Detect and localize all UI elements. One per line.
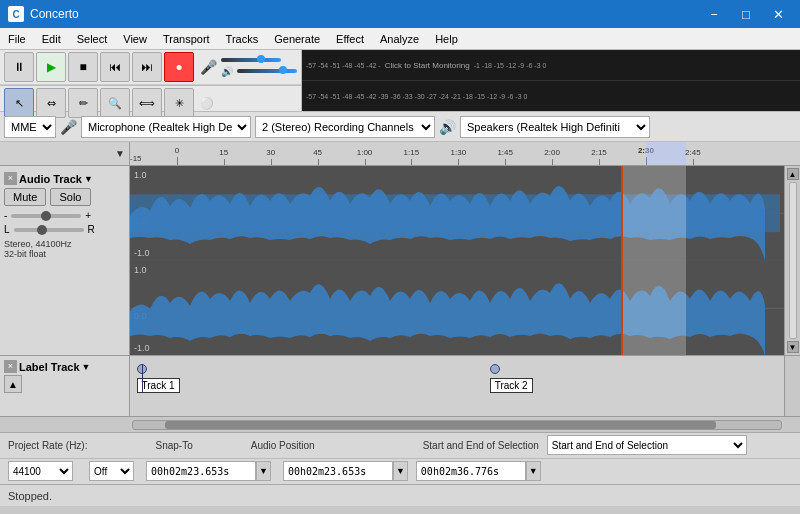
track-info: Stereo, 44100Hz 32-bit float: [4, 239, 125, 259]
audio-host-select[interactable]: MME: [4, 116, 56, 138]
svg-text:-1.0: -1.0: [134, 248, 150, 258]
channels-select[interactable]: 2 (Stereo) Recording Channels: [255, 116, 435, 138]
title-bar: C Concerto − □ ✕: [0, 0, 800, 28]
audio-track-dropdown[interactable]: ▼: [84, 174, 93, 184]
sel-start-value[interactable]: 00h02m23.653s: [283, 461, 393, 481]
envelope-tool[interactable]: ⇔: [36, 88, 66, 118]
bottom-status-bar: Stopped.: [0, 484, 800, 506]
mute-button[interactable]: Mute: [4, 188, 46, 206]
label-pin-2[interactable]: [490, 364, 500, 374]
menu-help[interactable]: Help: [427, 28, 466, 49]
audio-track: × Audio Track ▼ Mute Solo - + L R: [0, 166, 800, 356]
hscrollbar-track[interactable]: [132, 420, 782, 430]
label-track-content[interactable]: Track 1 Track 2: [130, 356, 784, 416]
ruler-scale: -15 0 15 30 45 1:00 1:15 1:30 1:45 2:00: [130, 142, 800, 165]
waveform-bottom: 1.0 0.0 -1.0: [130, 261, 784, 356]
skip-end-button[interactable]: ⏭: [132, 52, 162, 82]
solo-button[interactable]: Solo: [50, 188, 90, 206]
tick-minus15: -15: [130, 154, 142, 163]
svg-text:1.0: 1.0: [134, 170, 147, 180]
snap-to-select[interactable]: Off: [89, 461, 134, 481]
multi-tool[interactable]: ✳: [164, 88, 194, 118]
device-toolbar: MME 🎤 Microphone (Realtek High Defini 2 …: [0, 112, 800, 142]
status-bar-area: Project Rate (Hz): Snap-To Audio Positio…: [0, 432, 800, 484]
track-vscrollbar[interactable]: ▲ ▼: [784, 166, 800, 355]
menu-effect[interactable]: Effect: [328, 28, 372, 49]
vu-scale-bottom: -57 -54 -51 -48 -45 -42 -39 -36 -33 -30 …: [306, 93, 527, 100]
maximize-button[interactable]: □: [732, 4, 760, 24]
label-track1[interactable]: Track 1: [137, 364, 180, 393]
zoom-tool[interactable]: 🔍: [100, 88, 130, 118]
menu-view[interactable]: View: [115, 28, 155, 49]
menu-transport[interactable]: Transport: [155, 28, 218, 49]
menu-generate[interactable]: Generate: [266, 28, 328, 49]
play-button[interactable]: ▶: [36, 52, 66, 82]
tracks-area: ▼ -15 0 15 30 45 1:00 1:15 1:30: [0, 142, 800, 432]
audio-pos-dropdown[interactable]: ▼: [256, 461, 271, 481]
label-track: × Label Track ▼ ▲ Track 1: [0, 356, 800, 416]
label-track-up[interactable]: ▲: [4, 375, 22, 393]
label-track2[interactable]: Track 2: [490, 364, 533, 393]
label-vscrollbar[interactable]: [784, 356, 800, 416]
menu-bar: File Edit Select View Transport Tracks G…: [0, 28, 800, 50]
playhead: [621, 166, 623, 355]
timeshift-tool[interactable]: ⟺: [132, 88, 162, 118]
sel-start-dropdown[interactable]: ▼: [393, 461, 408, 481]
audio-pos-label: Audio Position: [251, 440, 315, 451]
pause-button[interactable]: ⏸: [4, 52, 34, 82]
mic-icon: 🎤: [200, 59, 217, 75]
hscrollbar-thumb[interactable]: [165, 421, 716, 429]
label-text-2[interactable]: Track 2: [490, 378, 533, 393]
svg-text:1.0: 1.0: [134, 265, 147, 275]
mic-device-icon: 🎤: [60, 119, 77, 135]
stop-button[interactable]: ■: [68, 52, 98, 82]
menu-analyze[interactable]: Analyze: [372, 28, 427, 49]
label-text-1[interactable]: Track 1: [137, 378, 180, 393]
skip-start-button[interactable]: ⏮: [100, 52, 130, 82]
audio-position-value[interactable]: 00h02m23.653s: [146, 461, 256, 481]
speaker-icon: 🔊: [439, 119, 456, 135]
close-button[interactable]: ✕: [764, 4, 792, 24]
project-rate-select[interactable]: 44100: [8, 461, 73, 481]
audio-track-close[interactable]: ×: [4, 172, 17, 185]
menu-edit[interactable]: Edit: [34, 28, 69, 49]
tick-0: 0: [175, 146, 179, 155]
sel-end-value[interactable]: 00h02m36.776s: [416, 461, 526, 481]
svg-text:-1.0: -1.0: [134, 343, 150, 353]
selection-label: Start and End of Selection: [423, 440, 539, 451]
menu-file[interactable]: File: [0, 28, 34, 49]
selection-tool[interactable]: ↖: [4, 88, 34, 118]
vu-scale-top-right: -1 -18 -15 -12 -9 -6 -3 0: [474, 62, 547, 69]
audio-waveform[interactable]: 1.0 0.0 -1.0 1.0 0.0 -1.0: [130, 166, 784, 355]
minimize-button[interactable]: −: [700, 4, 728, 24]
volume-slider[interactable]: [11, 214, 81, 218]
vu-meter-area: -57 -54 -51 -48 -45 -42 - Click to Start…: [302, 50, 800, 111]
transport-toolbar: ⏸ ▶ ■ ⏮ ⏭ ● 🎤 🔊: [0, 50, 301, 85]
selection-highlight: [621, 166, 686, 355]
audio-track-name: Audio Track: [19, 173, 82, 185]
record-button[interactable]: ●: [164, 52, 194, 82]
vu-scale-top: -57 -54 -51 -48 -45 -42 -: [306, 62, 381, 69]
project-rate-label: Project Rate (Hz):: [8, 440, 87, 451]
pan-slider[interactable]: [14, 228, 84, 232]
tick-15: 15: [219, 148, 228, 157]
selection-mode-select[interactable]: Start and End of Selection: [547, 435, 747, 455]
app-title: Concerto: [30, 7, 79, 21]
draw-tool[interactable]: ✏: [68, 88, 98, 118]
status-text: Stopped.: [8, 490, 52, 502]
label-track-name: Label Track: [19, 361, 80, 373]
vu-click-label[interactable]: Click to Start Monitoring: [385, 61, 470, 70]
menu-select[interactable]: Select: [69, 28, 116, 49]
audio-track-controls: × Audio Track ▼ Mute Solo - + L R: [0, 166, 130, 355]
label-track-close[interactable]: ×: [4, 360, 17, 373]
menu-tracks[interactable]: Tracks: [218, 28, 267, 49]
label-track-dropdown[interactable]: ▼: [82, 362, 91, 372]
timeline-ruler: ▼ -15 0 15 30 45 1:00 1:15 1:30: [0, 142, 800, 166]
hscrollbar-area[interactable]: [0, 416, 800, 432]
waveform-top: 1.0 0.0 -1.0: [130, 166, 784, 261]
speaker-select[interactable]: Speakers (Realtek High Definiti: [460, 116, 650, 138]
app-icon: C: [8, 6, 24, 22]
sel-end-dropdown[interactable]: ▼: [526, 461, 541, 481]
microphone-select[interactable]: Microphone (Realtek High Defini: [81, 116, 251, 138]
snap-to-label: Snap-To: [155, 440, 192, 451]
